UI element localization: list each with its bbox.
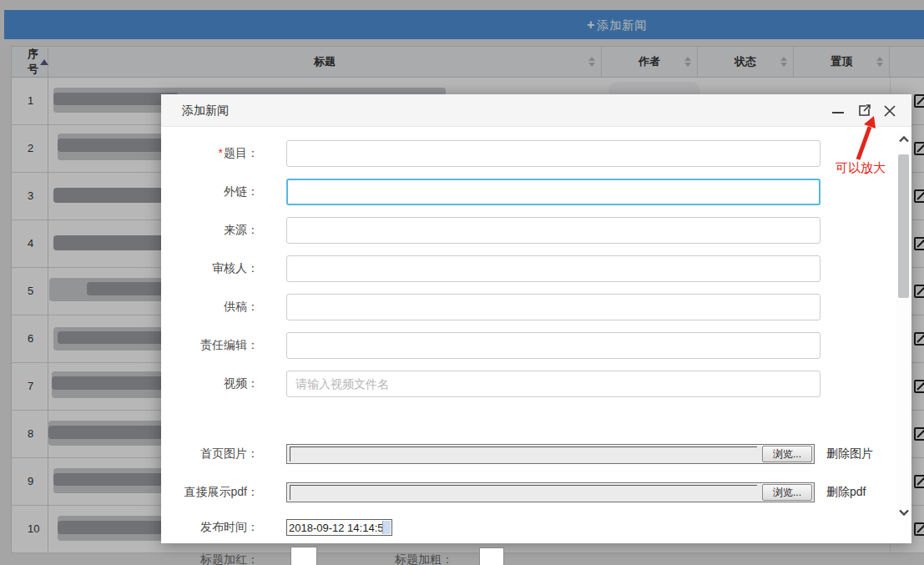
- add-news-modal: 添加新闻 可以放大 *题目： 外链： 来源：: [161, 94, 911, 543]
- browse-button[interactable]: 浏览...: [762, 484, 812, 501]
- source-input[interactable]: [286, 217, 820, 244]
- title-red-checkbox[interactable]: [290, 547, 317, 565]
- reviewer-input[interactable]: [286, 255, 820, 282]
- editor-input[interactable]: [286, 332, 820, 359]
- form-row-publish-time: 发布时间： 2018-09-12 14:14:56: [161, 519, 392, 536]
- contributor-input[interactable]: [286, 294, 820, 320]
- external-link-input[interactable]: [286, 179, 820, 205]
- modal-scrollbar[interactable]: [896, 132, 911, 520]
- publish-time-input[interactable]: 2018-09-12 14:14:56: [286, 519, 392, 536]
- field-label: 直接展示pdf：: [161, 485, 259, 500]
- field-label: 外链：: [161, 184, 259, 199]
- scroll-up-icon[interactable]: [896, 132, 911, 147]
- form-row-home-image: 首页图片： 浏览... 删除图片: [161, 444, 873, 464]
- publish-time-value: 2018-09-12 14:14:56: [289, 522, 390, 534]
- file-path-field: [290, 485, 757, 500]
- pdf-file-input[interactable]: 浏览...: [286, 482, 815, 502]
- form-row-title: *题目：: [161, 140, 820, 167]
- field-label: 视频：: [161, 376, 259, 391]
- field-label: 标题加粗：: [378, 552, 453, 565]
- browse-button[interactable]: 浏览...: [762, 446, 812, 462]
- minimize-icon[interactable]: [830, 103, 846, 119]
- scroll-down-icon[interactable]: [896, 505, 911, 520]
- form-row-video: 视频：: [161, 371, 820, 397]
- form-row-title-style: 标题加红： 标题加粗：: [161, 547, 504, 565]
- required-mark: *: [219, 146, 223, 159]
- modal-header[interactable]: 添加新闻: [161, 94, 911, 127]
- field-label: 责任编辑：: [161, 338, 259, 353]
- title-bold-checkbox[interactable]: [479, 547, 504, 565]
- form-row-editor: 责任编辑：: [161, 332, 820, 359]
- add-news-form: *题目： 外链： 来源： 审核人： 供稿： 责任编辑：: [161, 127, 911, 543]
- form-row-source: 来源：: [161, 217, 820, 244]
- field-label: 供稿：: [161, 300, 259, 315]
- delete-image-link[interactable]: 删除图片: [826, 446, 873, 462]
- video-filename-input[interactable]: [286, 371, 820, 397]
- form-row-contributor: 供稿：: [161, 294, 820, 320]
- file-path-field: [290, 446, 757, 462]
- field-label: 审核人：: [161, 261, 259, 276]
- field-label: 来源：: [161, 223, 259, 238]
- form-row-external-link: 外链：: [161, 179, 820, 205]
- field-label: 标题加红：: [161, 552, 259, 565]
- field-label-text: 题目：: [224, 146, 259, 159]
- home-image-file-input[interactable]: 浏览...: [286, 444, 815, 464]
- datetime-spinner-icon[interactable]: [382, 521, 391, 534]
- delete-pdf-link[interactable]: 删除pdf: [826, 485, 866, 500]
- form-row-pdf: 直接展示pdf： 浏览... 删除pdf: [161, 482, 866, 502]
- close-icon[interactable]: [881, 103, 898, 119]
- form-row-reviewer: 审核人：: [161, 255, 820, 282]
- field-label: *题目：: [161, 146, 259, 161]
- field-label: 首页图片：: [161, 446, 259, 462]
- title-input[interactable]: [286, 140, 820, 167]
- scrollbar-thumb[interactable]: [898, 154, 909, 298]
- field-label: 发布时间：: [161, 520, 259, 535]
- modal-title: 添加新闻: [161, 94, 911, 127]
